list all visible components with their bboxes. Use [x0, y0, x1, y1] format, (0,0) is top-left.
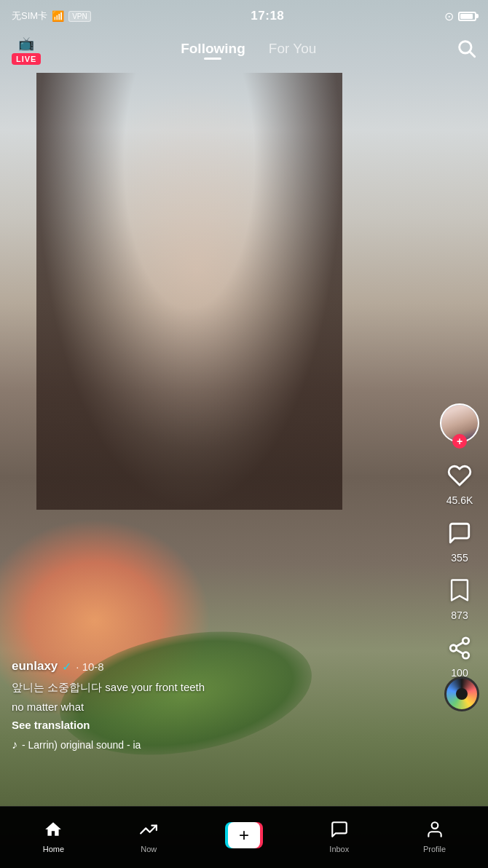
- comment-button[interactable]: 355: [447, 521, 472, 564]
- nav-tabs: Following For You: [181, 41, 316, 60]
- status-time: 17:18: [251, 9, 284, 23]
- share-icon: [447, 636, 472, 664]
- status-left: 无SIM卡 📶 VPN: [12, 9, 91, 23]
- music-text: - Larrin) original sound - ia: [22, 739, 141, 751]
- tab-inbox[interactable]: Inbox: [291, 814, 387, 853]
- svg-line-5: [456, 650, 463, 654]
- verified-badge: ✓: [62, 660, 71, 674]
- home-label: Home: [43, 845, 64, 853]
- inbox-icon: [330, 820, 349, 842]
- bookmark-count: 873: [451, 609, 468, 621]
- profile-icon: [425, 820, 444, 842]
- live-container[interactable]: 📺 LIVE: [12, 36, 41, 65]
- plus-center: +: [228, 822, 260, 848]
- svg-line-1: [470, 52, 474, 56]
- action-sidebar: + 45.6K 355 873: [440, 403, 479, 679]
- caption-line1: 앞니는 소중합니다 save your front teeth: [12, 679, 430, 695]
- tab-now[interactable]: Now: [101, 814, 197, 853]
- bookmark-icon: [449, 578, 471, 607]
- see-translation-button[interactable]: See translation: [12, 719, 430, 731]
- tab-profile[interactable]: Profile: [387, 814, 482, 853]
- date-tag: · 10-8: [76, 660, 103, 673]
- tab-create[interactable]: +: [197, 819, 292, 848]
- status-bar: 无SIM卡 📶 VPN 17:18 ⊙: [0, 0, 488, 32]
- now-label: Now: [141, 845, 157, 853]
- create-button[interactable]: +: [225, 822, 263, 848]
- like-count: 45.6K: [446, 494, 473, 506]
- wifi-icon: 📶: [52, 10, 64, 22]
- creator-avatar[interactable]: +: [440, 403, 479, 443]
- carrier-text: 无SIM卡: [12, 9, 47, 23]
- search-button[interactable]: [456, 38, 476, 63]
- bookmark-button[interactable]: 873: [449, 578, 471, 621]
- music-info[interactable]: ♪ - Larrin) original sound - ia: [12, 738, 430, 751]
- music-note-icon: ♪: [12, 738, 17, 751]
- svg-point-7: [431, 822, 438, 829]
- svg-line-6: [456, 642, 463, 647]
- heart-icon: [447, 463, 472, 492]
- profile-label: Profile: [423, 845, 446, 853]
- content-info: eunlaxy ✓ · 10-8 앞니는 소중합니다 save your fro…: [12, 659, 430, 751]
- inbox-label: Inbox: [329, 845, 349, 853]
- tab-for-you[interactable]: For You: [269, 41, 317, 60]
- live-badge: LIVE: [12, 53, 41, 65]
- battery-icon: [458, 12, 476, 21]
- tab-following[interactable]: Following: [181, 41, 245, 60]
- hair-overlay: [36, 73, 342, 510]
- username[interactable]: eunlaxy: [12, 659, 58, 674]
- username-row: eunlaxy ✓ · 10-8: [12, 659, 430, 674]
- bottom-tabbar: Home Now + Inbox: [0, 806, 488, 868]
- follow-plus-button[interactable]: +: [452, 434, 467, 449]
- music-disc-inner: [456, 688, 468, 700]
- music-disc[interactable]: [444, 676, 479, 711]
- share-button[interactable]: 100: [447, 636, 472, 679]
- tab-home[interactable]: Home: [6, 814, 101, 853]
- circle-icon: ⊙: [444, 9, 454, 23]
- now-icon: [139, 820, 158, 842]
- comment-count: 355: [451, 552, 468, 564]
- status-right: ⊙: [444, 9, 476, 23]
- like-button[interactable]: 45.6K: [446, 463, 473, 506]
- top-nav: 📺 LIVE Following For You: [0, 32, 488, 68]
- live-tv-icon: 📺: [18, 36, 34, 52]
- vpn-badge: VPN: [68, 11, 91, 22]
- comment-icon: [447, 521, 472, 549]
- home-icon: [44, 820, 63, 842]
- caption-line2: no matter what: [12, 699, 430, 714]
